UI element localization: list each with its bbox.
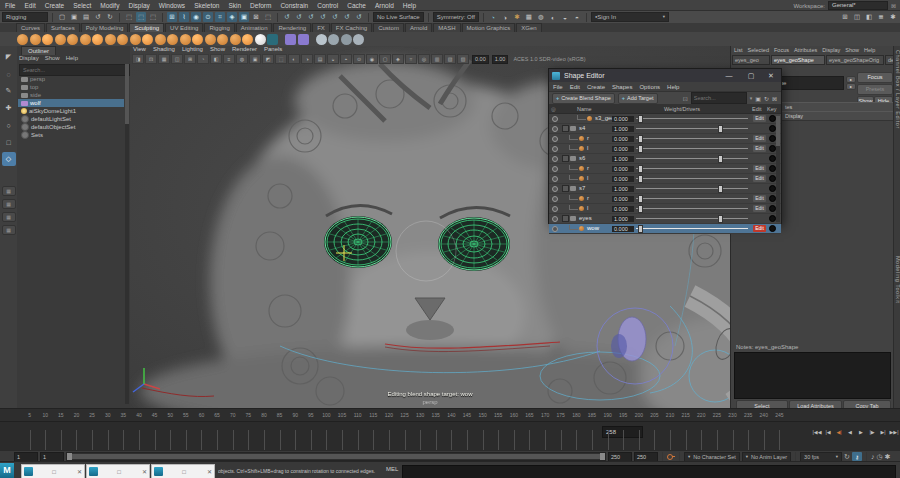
outliner-menu-display[interactable]: Display [19,55,39,61]
highlight-selection-icon[interactable]: ⬚ [263,12,273,22]
ae-menu-focus[interactable]: Focus [774,47,789,53]
mel-label[interactable]: MEL [386,466,398,472]
outliner-item-Sets[interactable]: Sets [18,131,124,139]
group-checkbox[interactable] [562,185,569,192]
shelf-sculpt-objects-icon[interactable] [316,34,327,45]
shape-editor-row[interactable]: s3_geo10.000Edit [549,114,781,124]
ae-menu-help[interactable]: Help [864,47,875,53]
toon-icon[interactable]: ◒ [560,12,570,22]
menu-deform[interactable]: Deform [250,2,271,9]
play-backwards-button[interactable]: ◀ [845,426,855,437]
key-dot[interactable] [769,165,776,172]
close-icon[interactable]: ✕ [140,468,149,475]
move-tool[interactable]: ✚ [2,101,16,115]
weight-value-field[interactable]: 0.000 [612,116,634,122]
play-forwards-button[interactable]: ▶ [856,426,866,437]
lock-icon[interactable]: ⊠ [891,2,896,9]
next-node-icon[interactable]: ▸ [846,83,856,90]
edit-column-header[interactable]: Edit [752,106,761,112]
viewport-toolbar-icon[interactable]: ⌗ [405,54,417,64]
shape-editor-row[interactable]: s71.000 [549,184,781,194]
shelf-tab-xgen[interactable]: XGen [516,23,541,32]
viewport-toolbar-icon[interactable]: ▥ [431,54,443,64]
shape-editor-menu-create[interactable]: Create [587,84,605,90]
make-live-icon[interactable]: ◈ [227,12,237,22]
shelf-tab-motion-graphics[interactable]: Motion Graphics [462,23,516,32]
key-dot[interactable] [769,185,776,192]
shape-editor-row[interactable]: s41.000 [549,124,781,134]
sculpt-brush-icon[interactable] [167,34,178,45]
shelf-tab-surfaces[interactable]: Surfaces [46,23,80,32]
shelf-tab-fx[interactable]: FX [312,23,330,32]
select-hierarchy-icon[interactable]: ⬚ [124,12,134,22]
weight-slider[interactable] [636,208,748,209]
name-column-header[interactable]: Name [577,106,592,112]
folder-icon[interactable]: ▣ [755,95,761,102]
render-icon[interactable]: ◔ [488,12,498,22]
weight-value-field[interactable]: 0.000 [612,166,634,172]
step-forward-frame-button[interactable]: ▶| [878,426,888,437]
step-forward-key-button[interactable]: |▶ [867,426,877,437]
notes-area[interactable] [734,352,891,399]
right-eye-wireframe[interactable] [438,217,510,271]
os-window-titlebar[interactable]: □✕ [151,464,215,478]
shape-editor-menu-file[interactable]: File [553,84,563,90]
go-to-end-button[interactable]: ▶▶| [889,426,899,437]
slider-handle[interactable] [638,145,643,153]
slider-handle[interactable] [638,115,643,123]
viewport-menu-shading[interactable]: Shading [153,46,175,52]
maximize-icon[interactable]: □ [115,469,123,475]
sign-in-dropdown[interactable]: ● Sign In▾ [591,12,669,22]
go-to-start-button[interactable]: |◀◀ [812,426,822,437]
ipr-icon[interactable]: ◑ [500,12,510,22]
edit-button[interactable]: Edit [753,175,766,182]
ae-menu-list[interactable]: List [734,47,743,53]
weight-value-field[interactable]: 0.000 [612,146,634,152]
grid-toggle-icon[interactable]: ⊞ [840,12,850,22]
shelf-tab-mash[interactable]: MASH [433,23,460,32]
menu-skin[interactable]: Skin [228,2,241,9]
ae-menu-show[interactable]: Show [845,47,859,53]
loop-icon[interactable]: ↻ [844,453,850,461]
shelf-tab-fx-caching[interactable]: FX Caching [331,23,372,32]
viewport-toolbar-icon[interactable]: ◑ [301,54,313,64]
target-visibility-icon[interactable] [552,156,558,162]
shape-editor-scrollbar[interactable] [776,116,780,222]
viewport-menu-panels[interactable]: Panels [264,46,282,52]
edit-button[interactable]: Edit [753,165,766,172]
shelf-tab-rigging[interactable]: Rigging [204,23,234,32]
viewport-toolbar-icon[interactable]: ▤ [314,54,326,64]
ae-menu-attributes[interactable]: Attributes [794,47,817,53]
sculpt-brush-icon[interactable] [67,34,78,45]
outliner-menu-show[interactable]: Show [45,55,60,61]
snap-curve-icon[interactable]: ⌇ [179,12,189,22]
menu-modify[interactable]: Modify [100,2,119,9]
weight-value-field[interactable]: 0.000 [612,176,634,182]
shelf-wireframe-icon[interactable] [353,34,364,45]
weight-value-field[interactable]: 0.000 [612,226,634,232]
slider-handle[interactable] [718,215,723,223]
panel-layout-icon[interactable]: ◧ [864,12,874,22]
shelf-mask-icon[interactable] [341,34,352,45]
close-icon[interactable]: ✕ [761,69,781,82]
target-visibility-icon[interactable] [552,136,558,142]
edit-button[interactable]: Edit [753,135,766,142]
step-back-key-button[interactable]: ◀| [834,426,844,437]
scale-tool[interactable]: □ [2,135,16,149]
viewport-toolbar-icon[interactable]: ▧ [444,54,456,64]
history-icon[interactable]: ↺ [282,12,292,22]
snap-together-icon[interactable]: ▣ [239,12,249,22]
layout-shortcut-button[interactable]: ▦ [2,199,16,209]
weight-value-field[interactable]: 1.000 [612,156,634,162]
sculpt-brush-icon[interactable] [80,34,91,45]
viewport-toolbar-icon[interactable]: ◍ [236,54,248,64]
shelf-tab-curves[interactable]: Curves [16,23,45,32]
weight-slider[interactable] [636,118,748,119]
ae-tab-eyes_geoShape[interactable]: eyes_geoShape [771,55,825,65]
viewport-toolbar-icon[interactable]: ◧ [210,54,222,64]
slider-handle[interactable] [638,225,643,233]
sculpt-brush-icon[interactable] [242,34,253,45]
no-live-surface-field[interactable]: No Live Surface [373,12,424,22]
slider-handle[interactable] [638,205,643,213]
group-checkbox[interactable] [562,215,569,222]
